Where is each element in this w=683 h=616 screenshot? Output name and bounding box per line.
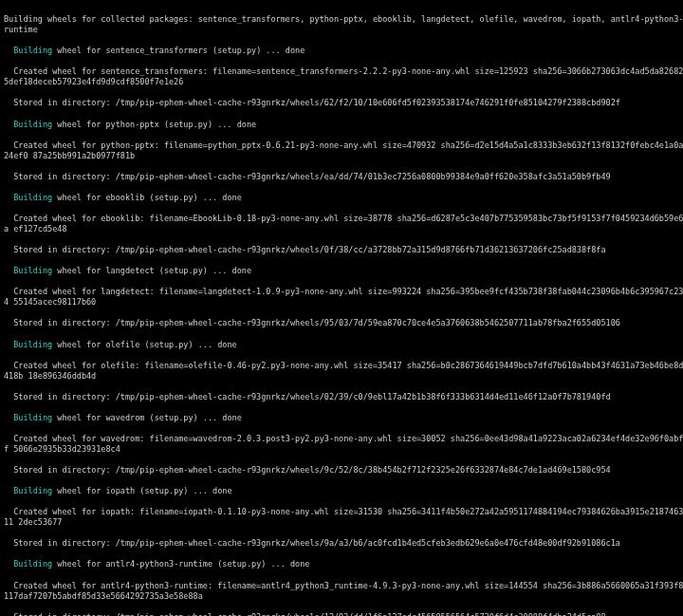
- building-label: Building: [4, 559, 52, 569]
- pip-line: wheel for olefile (setup.py) ... done: [52, 340, 236, 349]
- pip-line: Created wheel for wavedrom: filename=wav…: [4, 434, 683, 455]
- pip-line: Created wheel for ebooklib: filename=Ebo…: [4, 214, 683, 234]
- building-label: Building: [4, 266, 52, 275]
- pip-line: Created wheel for sentence_transformers:…: [4, 66, 683, 87]
- pip-line: Created wheel for iopath: filename=iopat…: [4, 507, 683, 528]
- pip-line: wheel for antlr4-python3-runtime (setup.…: [52, 559, 309, 569]
- pip-line: Created wheel for antlr4-python3-runtime…: [4, 581, 683, 602]
- pip-line: Stored in directory: /tmp/pip-ephem-whee…: [4, 172, 683, 182]
- pip-line: wheel for ebooklib (setup.py) ... done: [52, 193, 242, 202]
- building-label: Building: [4, 486, 52, 495]
- pip-line: Stored in directory: /tmp/pip-ephem-whee…: [4, 392, 683, 402]
- pip-line: Stored in directory: /tmp/pip-ephem-whee…: [4, 245, 683, 255]
- pip-line: Stored in directory: /tmp/pip-ephem-whee…: [4, 318, 683, 328]
- pip-line: Stored in directory: /tmp/pip-ephem-whee…: [4, 538, 683, 549]
- pip-line: wheel for langdetect (setup.py) ... done: [52, 266, 251, 275]
- pip-line: Created wheel for langdetect: filename=l…: [4, 287, 683, 308]
- pip-line: Stored in directory: /tmp/pip-ephem-whee…: [4, 465, 683, 476]
- building-label: Building: [4, 46, 52, 55]
- building-label: Building: [4, 193, 52, 202]
- pip-line: wheel for sentence_transformers (setup.p…: [52, 46, 305, 55]
- pip-line: wheel for iopath (setup.py) ... done: [52, 486, 231, 495]
- pip-line: Stored in directory: /tmp/pip-ephem-whee…: [4, 98, 683, 108]
- pip-line: Stored in directory: /tmp/pip-ephem-whee…: [4, 612, 683, 616]
- pip-line: Created wheel for python-pptx: filename=…: [4, 140, 683, 161]
- building-label: Building: [4, 340, 52, 349]
- pip-line: wheel for wavedrom (setup.py) ... done: [52, 413, 242, 422]
- building-label: Building: [4, 120, 52, 129]
- pip-line: Building wheels for collected packages: …: [4, 14, 683, 35]
- pip-line: wheel for python-pptx (setup.py) ... don…: [52, 120, 256, 129]
- terminal-output[interactable]: Building wheels for collected packages: …: [0, 0, 683, 616]
- pip-line: Created wheel for olefile: filename=olef…: [4, 361, 683, 382]
- building-label: Building: [4, 413, 52, 422]
